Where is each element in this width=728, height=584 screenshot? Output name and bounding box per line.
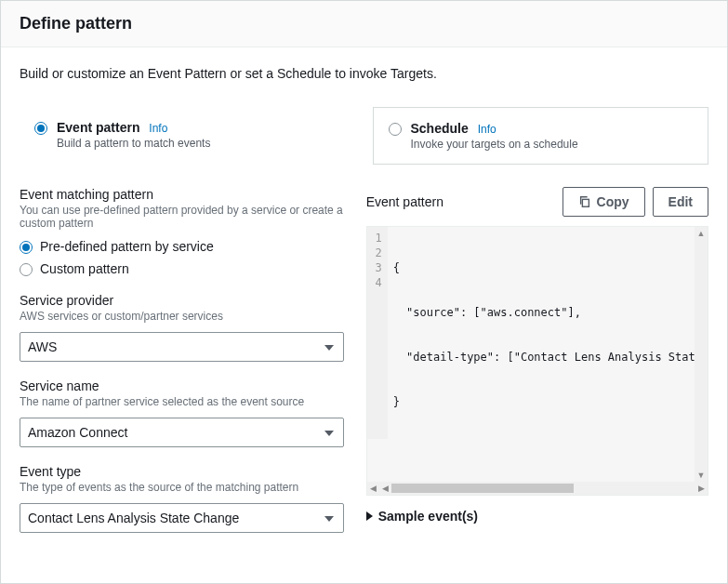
scroll-up-icon: ▲ (697, 229, 706, 238)
mode-event-pattern[interactable]: Event pattern Info Build a pattern to ma… (20, 107, 354, 165)
scroll-thumb[interactable] (391, 484, 574, 493)
chevron-down-icon (324, 431, 334, 436)
copy-icon (578, 195, 591, 208)
provider-select[interactable]: AWS (20, 332, 344, 362)
radio-predefined[interactable]: Pre-defined pattern by service (20, 239, 344, 254)
line-gutter: 1 2 3 4 (367, 227, 388, 439)
scroll-down-icon: ▼ (697, 471, 706, 480)
select-value: Contact Lens Analysis State Change (28, 511, 239, 525)
service-select[interactable]: Amazon Connect (20, 418, 344, 447)
scroll-left-icon: ◀ (379, 484, 391, 493)
radio-icon (389, 123, 402, 136)
event-type-select[interactable]: Contact Lens Analysis State Change (20, 503, 344, 533)
mode-title: Schedule (411, 121, 469, 136)
vertical-scrollbar[interactable]: ▲ ▼ (695, 227, 708, 482)
event-type-title: Event type (20, 464, 344, 479)
scroll-right-icon: ▶ (695, 484, 708, 493)
pattern-panel-title: Event pattern (366, 194, 443, 209)
code-editor[interactable]: 1 2 3 4 { "source": ["aws.connect"], "de… (366, 226, 708, 496)
sample-events-toggle[interactable]: Sample event(s) (366, 509, 708, 524)
radio-label: Custom pattern (40, 261, 129, 276)
chevron-down-icon (324, 516, 334, 522)
button-label: Edit (668, 194, 693, 209)
copy-button[interactable]: Copy (563, 187, 645, 217)
panel-header: Define pattern (1, 1, 727, 47)
mode-schedule[interactable]: Schedule Info Invoke your targets on a s… (373, 107, 709, 165)
matching-title: Event matching pattern (20, 187, 344, 202)
service-desc: The name of partner service selected as … (20, 395, 344, 408)
sample-label: Sample event(s) (378, 509, 478, 524)
code-content: { "source": ["aws.connect"], "detail-typ… (388, 227, 708, 439)
radio-icon (20, 263, 33, 276)
mode-desc: Invoke your targets on a schedule (411, 138, 578, 151)
provider-desc: AWS services or custom/partner services (20, 310, 344, 323)
radio-label: Pre-defined pattern by service (40, 239, 214, 254)
svg-rect-0 (582, 199, 589, 206)
mode-desc: Build a pattern to match events (57, 137, 210, 150)
event-type-desc: The type of events as the source of the … (20, 481, 344, 494)
intro-text: Build or customize an Event Pattern or s… (20, 66, 708, 81)
matching-desc: You can use pre-defined pattern provided… (20, 204, 344, 230)
scroll-left-icon: ◀ (367, 484, 379, 493)
radio-custom[interactable]: Custom pattern (20, 261, 344, 276)
mode-title: Event pattern (57, 120, 139, 135)
provider-title: Service provider (20, 293, 344, 308)
horizontal-scrollbar[interactable]: ◀ ◀ ▶ (367, 482, 708, 495)
radio-icon (20, 241, 33, 254)
button-label: Copy (597, 194, 629, 209)
edit-button[interactable]: Edit (653, 187, 708, 217)
caret-right-icon (366, 511, 373, 521)
select-value: Amazon Connect (28, 425, 127, 440)
info-link[interactable]: Info (149, 122, 167, 135)
chevron-down-icon (324, 345, 334, 351)
info-link[interactable]: Info (478, 123, 496, 136)
radio-icon (34, 122, 47, 135)
select-value: AWS (28, 339, 57, 354)
page-title: Define pattern (20, 14, 708, 33)
service-title: Service name (20, 378, 344, 393)
